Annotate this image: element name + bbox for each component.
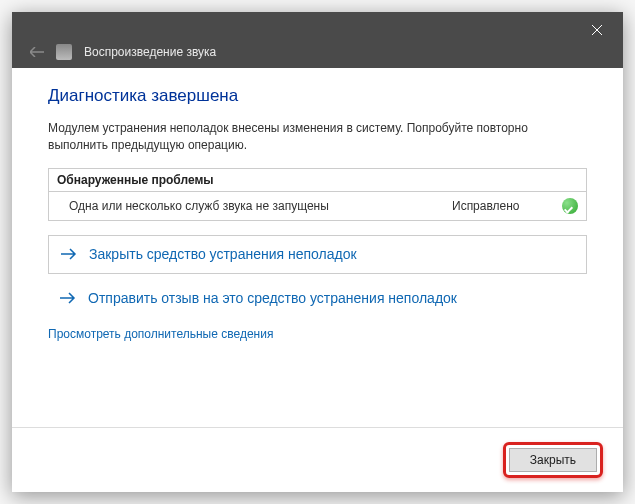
arrow-right-icon	[61, 246, 77, 263]
sound-icon	[56, 44, 72, 60]
titlebar: Воспроизведение звука	[12, 12, 623, 68]
body-text: Модулем устранения неполадок внесены изм…	[48, 120, 587, 154]
page-heading: Диагностика завершена	[48, 86, 587, 106]
back-arrow-icon	[30, 44, 44, 60]
close-button-highlight: Закрыть	[503, 442, 603, 478]
content-area: Диагностика завершена Модулем устранения…	[12, 68, 623, 427]
arrow-right-icon	[60, 290, 76, 307]
view-details-link[interactable]: Просмотреть дополнительные сведения	[48, 327, 587, 341]
window-close-button[interactable]	[577, 18, 617, 42]
problem-description: Одна или несколько служб звука не запуще…	[69, 199, 452, 213]
problem-status: Исправлено	[452, 199, 562, 213]
close-troubleshooter-label: Закрыть средство устранения неполадок	[89, 246, 357, 262]
problems-box: Обнаруженные проблемы Одна или несколько…	[48, 168, 587, 221]
send-feedback-label: Отправить отзыв на это средство устранен…	[88, 290, 457, 306]
problem-row: Одна или несколько служб звука не запуще…	[49, 192, 586, 220]
problems-header: Обнаруженные проблемы	[49, 169, 586, 192]
close-troubleshooter-action[interactable]: Закрыть средство устранения неполадок	[48, 235, 587, 274]
close-button[interactable]: Закрыть	[509, 448, 597, 472]
window-title: Воспроизведение звука	[84, 45, 216, 59]
check-icon	[562, 198, 578, 214]
send-feedback-action[interactable]: Отправить отзыв на это средство устранен…	[48, 280, 587, 317]
troubleshooter-window: Воспроизведение звука Диагностика заверш…	[12, 12, 623, 492]
footer: Закрыть	[12, 427, 623, 492]
